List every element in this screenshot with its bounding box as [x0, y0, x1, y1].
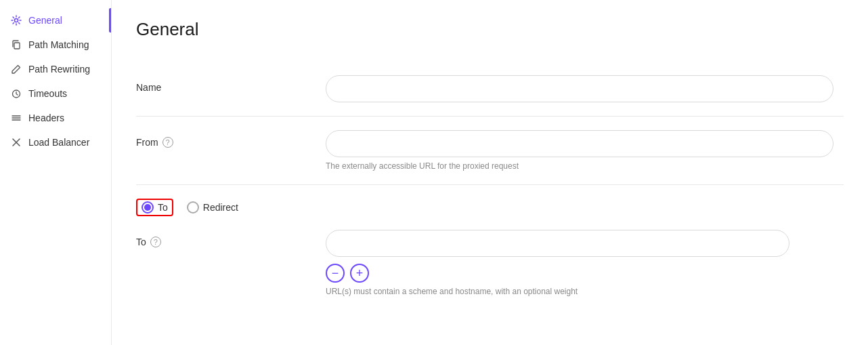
- sidebar-item-load-balancer[interactable]: Load Balancer: [0, 130, 111, 155]
- remove-to-button[interactable]: −: [326, 264, 345, 283]
- from-helper-text: The externally accessible URL for the pr…: [326, 161, 844, 171]
- to-form-row: To ? − + URL(s) must contain a scheme an…: [136, 230, 844, 310]
- radio-redirect-option[interactable]: Redirect: [187, 201, 238, 214]
- sidebar-item-path-rewriting-label: Path Rewriting: [28, 64, 90, 75]
- gear-icon: [11, 15, 22, 26]
- name-label: Name: [136, 75, 326, 93]
- page-title: General: [136, 19, 844, 40]
- radio-to-option[interactable]: To: [136, 199, 173, 216]
- svg-point-0: [15, 19, 18, 22]
- copy-icon: [11, 39, 22, 50]
- x-icon: [11, 137, 22, 148]
- to-helper-text: URL(s) must contain a scheme and hostnam…: [326, 287, 844, 296]
- name-input[interactable]: [326, 75, 833, 102]
- radio-to-circle: [142, 201, 154, 214]
- sidebar-item-path-rewriting[interactable]: Path Rewriting: [0, 57, 111, 81]
- to-form-control: − + URL(s) must contain a scheme and hos…: [326, 230, 844, 296]
- radio-to-label: To: [158, 202, 168, 213]
- to-input[interactable]: [326, 230, 789, 257]
- edit-icon: [11, 64, 22, 75]
- sidebar-item-path-matching[interactable]: Path Matching: [0, 33, 111, 57]
- sidebar-item-general[interactable]: General: [0, 8, 111, 33]
- from-help-icon[interactable]: ?: [162, 137, 173, 148]
- name-form-row: Name: [136, 62, 844, 117]
- from-input[interactable]: [326, 130, 833, 157]
- from-form-control: The externally accessible URL for the pr…: [326, 130, 844, 171]
- name-label-text: Name: [136, 82, 161, 93]
- sidebar: General Path Matching Path Rewriting Tim…: [0, 0, 112, 345]
- from-label: From ?: [136, 130, 326, 148]
- from-label-text: From: [136, 137, 158, 148]
- sidebar-item-load-balancer-label: Load Balancer: [28, 137, 89, 148]
- to-input-row: [326, 230, 844, 257]
- to-label-text: To: [136, 237, 146, 247]
- radio-section: To Redirect To ? − + URL(s): [136, 185, 844, 321]
- svg-rect-1: [14, 43, 20, 49]
- sidebar-item-headers-label: Headers: [28, 113, 64, 123]
- radio-redirect-label: Redirect: [203, 202, 238, 213]
- input-controls: − +: [326, 264, 844, 283]
- clock-icon: [11, 88, 22, 99]
- to-help-icon[interactable]: ?: [150, 237, 161, 247]
- radio-group: To Redirect: [136, 199, 844, 216]
- sidebar-item-headers[interactable]: Headers: [0, 106, 111, 130]
- sidebar-item-timeouts-label: Timeouts: [28, 88, 67, 99]
- sidebar-item-timeouts[interactable]: Timeouts: [0, 81, 111, 106]
- sidebar-item-path-matching-label: Path Matching: [28, 39, 89, 50]
- add-to-button[interactable]: +: [350, 264, 369, 283]
- to-label: To ?: [136, 230, 326, 247]
- name-form-control: [326, 75, 844, 102]
- radio-redirect-circle: [187, 201, 199, 214]
- sidebar-item-general-label: General: [28, 15, 62, 26]
- main-content: General Name From ? The externally acces…: [112, 0, 868, 345]
- from-form-row: From ? The externally accessible URL for…: [136, 117, 844, 185]
- list-icon: [11, 113, 22, 123]
